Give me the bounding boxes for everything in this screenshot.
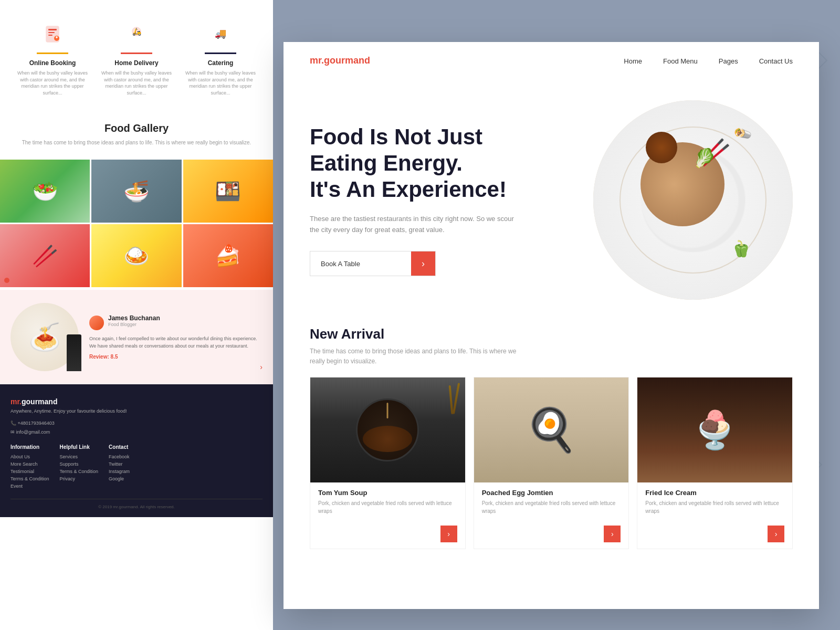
- review-arrow[interactable]: ›: [260, 363, 262, 371]
- svg-rect-8: [56, 36, 57, 38]
- food-garnish: 🫑: [731, 239, 751, 258]
- gallery-cell-6: 🍰: [183, 224, 273, 287]
- book-table-button[interactable]: Book A Table ›: [310, 251, 436, 276]
- main-nav: mr.gourmand Home Food Menu Pages Contact…: [284, 42, 819, 79]
- gallery-description: The time has come to bring those ideas a…: [10, 139, 262, 146]
- testimonial-content: James Buchanan Food Blogger Once again, …: [89, 314, 262, 360]
- nav-item-food-menu[interactable]: Food Menu: [663, 56, 698, 66]
- gallery-cell-1: 🥗: [0, 160, 90, 223]
- icecream-card-info: Fried Ice Cream Pork, chicken and vegeta…: [637, 482, 792, 526]
- soup-card-image: [310, 377, 465, 482]
- service-label-booking: Online Booking: [16, 59, 89, 67]
- soup-card-info: Tom Yum Soup Pork, chicken and vegetable…: [310, 482, 465, 526]
- soup-liquid: [363, 426, 412, 452]
- footer-contact: 📞 +4801793946403 ✉ info@gmail.com: [10, 419, 262, 436]
- svg-text:🛵: 🛵: [132, 27, 142, 36]
- service-desc-booking: When will the bushy valley leaves with c…: [16, 70, 89, 96]
- gallery-cell-2: 🍜: [91, 160, 181, 223]
- footer-copyright: © 2019 mr.gourmand. All rights reserved.: [10, 499, 262, 509]
- egg-card-footer: ›: [474, 526, 629, 549]
- footer-email: ✉ info@gmail.com: [10, 428, 262, 436]
- icecream-visual: 🍨: [692, 408, 738, 452]
- delivery-icon: 🛵: [123, 21, 150, 47]
- service-underline-delivery: [121, 52, 152, 54]
- nav-item-home[interactable]: Home: [624, 56, 642, 66]
- footer-info-links: About Us More Search Testimonial Terms &…: [10, 454, 49, 489]
- service-desc-catering: When will the bushy valley leaves with c…: [184, 70, 257, 96]
- food-card-icecream: 🍨 Fried Ice Cream Pork, chicken and vege…: [637, 377, 793, 549]
- service-item-booking: Online Booking When will the bushy valle…: [16, 21, 89, 96]
- nav-item-pages[interactable]: Pages: [719, 56, 738, 66]
- dish-emoji: 🍝: [28, 322, 61, 352]
- testimonial-section: 🍝 James Buchanan Food Blogger Once again…: [0, 290, 273, 384]
- left-panel: Online Booking When will the bushy valle…: [0, 0, 273, 630]
- service-underline-catering: [205, 52, 236, 54]
- new-arrival-title: New Arrival: [310, 326, 793, 342]
- egg-card-arrow[interactable]: ›: [604, 526, 621, 542]
- gallery-cell-3: 🍱: [183, 160, 273, 223]
- book-table-label: Book A Table: [310, 254, 411, 274]
- hero-description: These are the tastiest restaurants in th…: [310, 214, 520, 236]
- brand-logo: mr.gourmand: [310, 55, 370, 66]
- chopstick-1: [452, 383, 459, 414]
- chopstick-2: [448, 385, 453, 414]
- footer-tagline: Anywhere, Anytime. Enjoy your favourite …: [10, 408, 262, 414]
- gallery-cell-5: 🍛: [91, 224, 181, 287]
- review-score: Review: 8.5: [89, 354, 262, 360]
- food-card-egg: 🍳 Poached Egg Jomtien Pork, chicken and …: [474, 377, 629, 549]
- svg-rect-5: [48, 35, 52, 36]
- egg-card-image: 🍳: [474, 377, 629, 482]
- reviewer-role: Food Blogger: [108, 322, 160, 327]
- footer-col-contact: Contact Facebook Twitter Instagram Googl…: [109, 444, 130, 491]
- footer-social-links: Facebook Twitter Instagram Google: [109, 454, 130, 481]
- gallery-title: Food Gallery: [10, 122, 262, 134]
- avatar: [89, 316, 104, 330]
- service-desc-delivery: When will the bushy valley leaves with c…: [100, 70, 173, 96]
- icecream-card-desc: Pork, chicken and vegetable fried rolls …: [645, 499, 784, 515]
- footer-col-helpful: Helpful Link Services Supports Terms & C…: [60, 444, 99, 491]
- service-label-catering: Catering: [184, 59, 257, 67]
- reviewer-info: James Buchanan Food Blogger: [89, 314, 262, 331]
- service-item-catering: 🚚 Catering When will the bushy valley le…: [184, 21, 257, 96]
- icecream-card-name: Fried Ice Cream: [645, 489, 784, 497]
- book-table-arrow[interactable]: ›: [411, 251, 435, 276]
- soup-bowl-visual: [356, 398, 419, 461]
- icecream-card-arrow[interactable]: ›: [768, 526, 784, 542]
- hero-plate-image: ⚪ 🥢 🥬 🫑 🌯: [593, 100, 793, 300]
- reviewer-details: James Buchanan Food Blogger: [108, 314, 160, 331]
- soup-steam: [387, 403, 388, 418]
- footer-phone: 📞 +4801793946403: [10, 419, 262, 427]
- gallery-grid: 🥗 🍜 🍱 🥢 🍛 🍰: [0, 160, 273, 287]
- food-bowl: [646, 132, 677, 163]
- icecream-card-footer: ›: [637, 526, 792, 549]
- icecream-card-image: 🍨: [637, 377, 792, 482]
- hero-title: Food Is Not Just Eating Energy. It's An …: [310, 124, 572, 203]
- soup-card-desc: Pork, chicken and vegetable fried rolls …: [318, 499, 457, 515]
- right-panel: mr.gourmand Home Food Menu Pages Contact…: [284, 42, 819, 609]
- svg-rect-3: [48, 29, 57, 30]
- service-underline-booking: [37, 52, 68, 54]
- hero-content: Food Is Not Just Eating Energy. It's An …: [310, 124, 593, 277]
- footer-columns: Information About Us More Search Testimo…: [10, 444, 262, 491]
- svg-text:🚚: 🚚: [215, 28, 227, 39]
- nav-item-contact[interactable]: Contact Us: [759, 56, 793, 66]
- soup-card-arrow[interactable]: ›: [440, 526, 457, 542]
- nav-links: Home Food Menu Pages Contact Us: [624, 56, 793, 66]
- review-text: Once again, I feel compelled to write ab…: [89, 335, 262, 350]
- service-item-delivery: 🛵 Home Delivery When will the bushy vall…: [100, 21, 173, 96]
- booking-icon: [39, 21, 66, 47]
- footer-helpful-links: Services Supports Terms & Condition Priv…: [60, 454, 99, 481]
- soup-card-footer: ›: [310, 526, 465, 549]
- new-arrival-description: The time has come to bring those ideas a…: [310, 346, 520, 366]
- soup-card-name: Tom Yum Soup: [318, 489, 457, 497]
- gallery-cell-4: 🥢: [0, 224, 90, 287]
- testimonial-image-wrapper: 🍝: [10, 303, 79, 371]
- egg-card-info: Poached Egg Jomtien Pork, chicken and ve…: [474, 482, 629, 526]
- catering-icon: 🚚: [207, 21, 234, 47]
- hero-section: Food Is Not Just Eating Energy. It's An …: [284, 79, 819, 316]
- reviewer-name: James Buchanan: [108, 314, 160, 322]
- egg-visual: 🍳: [525, 405, 578, 455]
- svg-rect-4: [48, 32, 55, 33]
- plate-visual: ⚪ 🥢 🥬 🫑 🌯: [593, 100, 793, 300]
- food-cards-container: Tom Yum Soup Pork, chicken and vegetable…: [310, 377, 793, 549]
